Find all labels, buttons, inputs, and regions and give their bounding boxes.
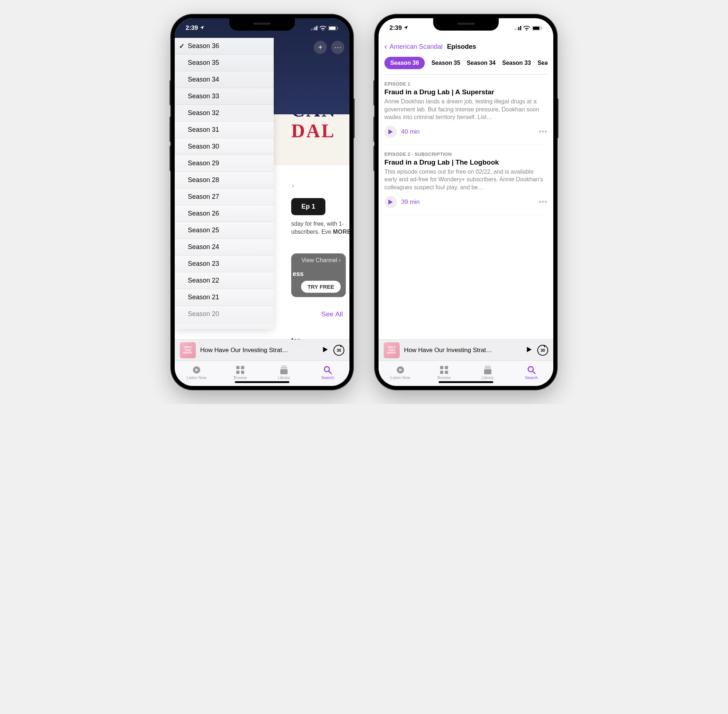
season-option[interactable]: Season 31 [175, 122, 274, 138]
season-option[interactable]: Season 22 [175, 272, 274, 289]
skip-30-icon[interactable]: 30 [333, 345, 345, 356]
tab-icon [440, 365, 448, 375]
home-indicator[interactable] [235, 381, 289, 383]
season-option[interactable]: Season 28 [175, 172, 274, 189]
cellular-icon [311, 26, 318, 30]
season-tab[interactable]: Season 35 [431, 57, 460, 69]
tab-label: Listen Now [391, 375, 410, 380]
tab-library[interactable]: Library [262, 361, 306, 384]
play-icon[interactable] [525, 345, 533, 355]
episode-more-icon[interactable]: ••• [539, 128, 547, 136]
tab-icon [527, 365, 536, 375]
svg-point-32 [528, 367, 533, 372]
episode-play-button[interactable] [384, 196, 397, 208]
season-tab[interactable]: Seas [538, 57, 547, 69]
season-option[interactable]: Season 25 [175, 222, 274, 239]
episode-item[interactable]: EPISODE 2 · SUBSCRIPTION Fraud in a Drug… [384, 145, 547, 215]
try-free-button[interactable]: TRY FREE [301, 281, 341, 293]
tab-library[interactable]: Library [466, 361, 509, 384]
svg-rect-14 [280, 369, 288, 374]
season-option[interactable]: Season 24 [175, 239, 274, 256]
episode-description: Annie Dookhan lands a dream job, testing… [384, 98, 547, 121]
tab-listen-now[interactable]: Listen Now [379, 361, 422, 384]
tab-icon [236, 365, 244, 375]
channel-card[interactable]: View Channel› ess TRY FREE [291, 254, 346, 297]
screen-left: 2:39 + ⋯ [175, 18, 349, 386]
notch [229, 18, 295, 31]
season-option[interactable]: Season 20 [175, 306, 274, 322]
svg-rect-3 [316, 26, 318, 30]
episodes-list[interactable]: EPISODE 1 Fraud in a Drug Lab | A Supers… [379, 75, 553, 215]
season-tabs[interactable]: Season 36Season 35Season 34Season 33Seas [384, 56, 547, 75]
season-option[interactable]: Season 23 [175, 256, 274, 272]
status-time: 2:39 [389, 24, 402, 32]
tab-browse[interactable]: Browse [219, 361, 262, 384]
page-title: Episodes [447, 43, 476, 51]
now-playing-bar[interactable]: GIRLS THAT INVEST How Have Our Investing… [175, 339, 349, 360]
season-option[interactable]: Season 27 [175, 189, 274, 206]
episode-meta: EPISODE 1 [384, 81, 547, 87]
tab-label: Search [525, 375, 538, 380]
svg-rect-11 [241, 370, 244, 374]
tab-search[interactable]: Search [509, 361, 553, 384]
cellular-icon [515, 26, 521, 30]
tab-icon [484, 365, 491, 375]
svg-rect-23 [541, 27, 542, 29]
tab-listen-now[interactable]: Listen Now [175, 361, 219, 384]
svg-rect-12 [282, 366, 286, 367]
season-option[interactable]: Season 35 [175, 55, 274, 71]
podcast-description-fragment: sday for free, with 1- ubscribers. Eve M… [291, 220, 349, 236]
wifi-icon [523, 26, 530, 31]
episode-item[interactable]: EPISODE 1 Fraud in a Drug Lab | A Supers… [384, 75, 547, 145]
more-button-text[interactable]: MORE [333, 229, 349, 235]
season-option[interactable]: Season 30 [175, 138, 274, 155]
play-icon[interactable] [321, 345, 329, 355]
season-option[interactable]: Season 21 [175, 289, 274, 306]
battery-icon [328, 26, 339, 31]
svg-rect-28 [445, 370, 448, 374]
svg-rect-25 [440, 366, 443, 369]
episode-meta: EPISODE 2 · SUBSCRIPTION [384, 152, 547, 157]
view-channel-link[interactable]: View Channel› [301, 257, 341, 264]
play-episode-1-button[interactable]: Ep 1 [291, 198, 325, 215]
tab-label: Listen Now [187, 375, 207, 380]
episode-more-icon[interactable]: ••• [539, 198, 547, 206]
phone-right: 2:39 ‹ American Scandal [375, 15, 557, 390]
season-option[interactable]: Season 29 [175, 155, 274, 172]
tab-icon [323, 365, 332, 375]
now-playing-bar[interactable]: GIRLS THAT INVEST How Have Our Investing… [379, 339, 553, 360]
svg-rect-10 [236, 370, 240, 374]
more-button[interactable]: ⋯ [331, 41, 345, 54]
tab-browse[interactable]: Browse [422, 361, 466, 384]
svg-rect-13 [281, 368, 287, 369]
skip-30-icon[interactable]: 30 [537, 345, 548, 356]
episode-duration: 39 min [401, 198, 420, 206]
now-playing-artwork: GIRLS THAT INVEST [383, 342, 400, 358]
add-button[interactable]: + [314, 41, 327, 54]
season-option[interactable]: Season 32 [175, 105, 274, 122]
season-option[interactable]: Season 26 [175, 206, 274, 222]
see-all-link[interactable]: See All [321, 310, 343, 318]
now-playing-artwork: GIRLS THAT INVEST [180, 342, 196, 358]
svg-rect-29 [485, 366, 490, 367]
back-chevron-icon[interactable]: ‹ [384, 42, 387, 52]
episode-title: Fraud in a Drug Lab | The Logbook [384, 158, 547, 166]
episode-play-button[interactable] [384, 126, 397, 138]
season-option[interactable]: Season 36 [175, 38, 274, 55]
back-label[interactable]: American Scandal [389, 43, 443, 51]
tab-label: Library [482, 375, 494, 380]
season-tab[interactable]: Season 34 [467, 57, 496, 69]
status-time: 2:39 [186, 24, 198, 32]
episode-duration: 40 min [401, 128, 420, 135]
tab-icon [192, 365, 201, 375]
svg-rect-27 [440, 370, 443, 374]
season-tab[interactable]: Season 36 [384, 57, 425, 69]
season-dropdown-menu[interactable]: Season 36Season 35Season 34Season 33Seas… [175, 38, 274, 329]
season-option[interactable]: Season 34 [175, 71, 274, 88]
home-indicator[interactable] [439, 381, 493, 383]
season-tab[interactable]: Season 33 [502, 57, 531, 69]
svg-rect-8 [236, 366, 240, 369]
tab-search[interactable]: Search [306, 361, 349, 384]
svg-rect-26 [445, 366, 448, 369]
season-option[interactable]: Season 33 [175, 88, 274, 105]
